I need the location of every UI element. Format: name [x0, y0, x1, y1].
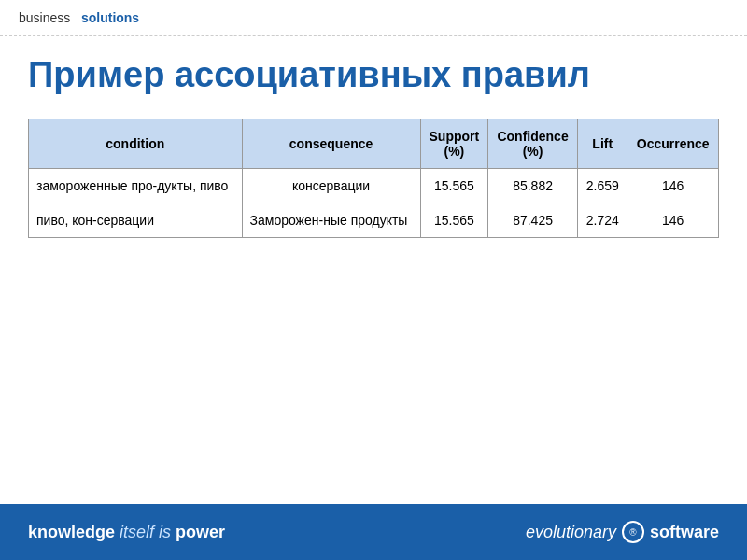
data-table: condition consequence Support(%) Confide…: [28, 119, 719, 238]
cell-support-1: 15.565: [420, 169, 488, 203]
col-header-support: Support(%): [420, 119, 488, 169]
logo-part2: solutions: [81, 10, 139, 25]
cell-condition-2: пиво, кон-сервации: [29, 203, 243, 238]
footer-logo-word2: itself is: [120, 523, 176, 541]
footer-brand-word1: evolutionary: [526, 523, 616, 542]
circle-logo-icon: ®: [622, 521, 644, 543]
cell-confidence-1: 85.882: [488, 169, 578, 203]
col-header-confidence: Confidence(%): [488, 119, 578, 169]
cell-lift-2: 2.724: [577, 203, 627, 238]
table-row: замороженные про-дукты, пиво консервации…: [29, 169, 719, 203]
col-header-consequence: consequence: [242, 119, 420, 169]
cell-support-2: 15.565: [420, 203, 488, 238]
col-header-occurrence: Occurrence: [627, 119, 719, 169]
footer: knowledge itself is power evolutionary ®…: [0, 504, 747, 560]
top-bar: business solutions: [0, 0, 747, 36]
col-header-condition: condition: [29, 119, 243, 169]
cell-occurrence-2: 146: [627, 203, 719, 238]
cell-consequence-1: консервации: [242, 169, 420, 203]
footer-logo-word3: power: [176, 523, 225, 541]
footer-brand-word2: software: [650, 523, 719, 542]
cell-consequence-2: Заморожен-ные продукты: [242, 203, 420, 238]
table-row: пиво, кон-сервации Заморожен-ные продукт…: [29, 203, 719, 238]
main-content: Пример ассоциативных правил condition co…: [0, 36, 747, 257]
col-header-lift: Lift: [577, 119, 627, 169]
logo-part1: business: [19, 10, 70, 25]
cell-confidence-2: 87.425: [488, 203, 578, 238]
table-header-row: condition consequence Support(%) Confide…: [29, 119, 719, 169]
footer-left: knowledge itself is power: [28, 523, 225, 542]
page-title: Пример ассоциативных правил: [28, 55, 719, 95]
logo: business solutions: [19, 10, 139, 25]
footer-right: evolutionary ® software: [526, 521, 719, 543]
cell-condition-1: замороженные про-дукты, пиво: [29, 169, 243, 203]
footer-logo-word1: knowledge: [28, 523, 115, 541]
cell-occurrence-1: 146: [627, 169, 719, 203]
cell-lift-1: 2.659: [577, 169, 627, 203]
